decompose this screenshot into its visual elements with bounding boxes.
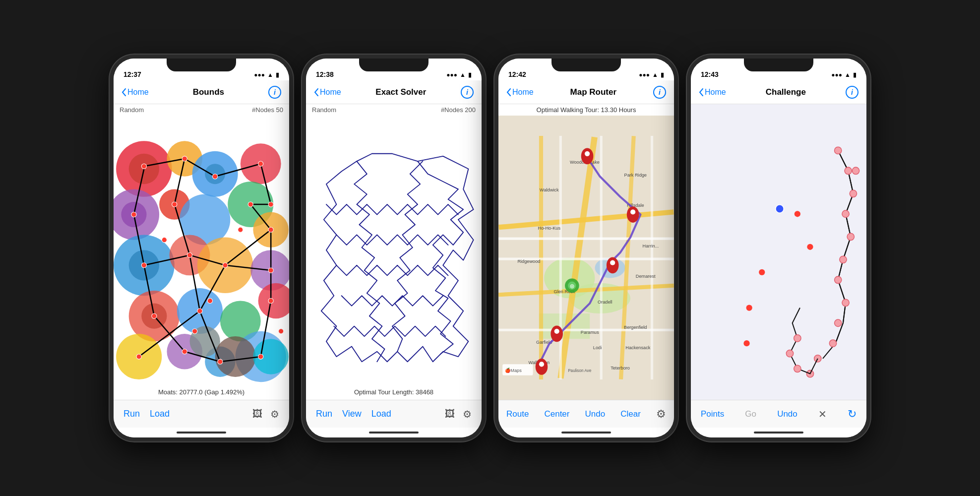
svg-point-100 [539, 362, 544, 367]
svg-point-99 [536, 359, 548, 375]
signal-icon-3: ●●● [639, 71, 650, 78]
svg-text:Ho-Ho-Kus: Ho-Ho-Kus [538, 226, 561, 231]
points-button[interactable]: Points [701, 409, 724, 419]
refresh-button[interactable]: ↻ [848, 408, 857, 421]
svg-text:Paramus: Paramus [581, 330, 599, 335]
svg-point-50 [238, 227, 243, 232]
svg-point-34 [248, 202, 253, 207]
gear-icon-1[interactable]: ⚙ [270, 408, 279, 420]
svg-point-119 [786, 350, 793, 357]
nav-title-2: Exact Solver [375, 87, 426, 97]
back-label-3: Home [512, 88, 534, 97]
bottom-bar-2: Run View Load 🖼 ⚙ [306, 400, 482, 428]
svg-point-96 [610, 260, 615, 265]
svg-point-30 [182, 156, 187, 161]
svg-point-35 [268, 227, 273, 232]
image-icon-1[interactable]: 🖼 [252, 408, 262, 420]
svg-rect-69 [600, 136, 603, 379]
svg-text:Lodi: Lodi [593, 345, 602, 350]
challenge-toolbar: Points Go Undo ✕ ↻ [691, 400, 866, 428]
bottom-actions-2: Run View Load [316, 409, 391, 419]
phone-maprouter: 12:42 ●●● ▲ ▮ Home Map Router i Optimal … [494, 55, 678, 441]
back-button-4[interactable]: Home [699, 88, 726, 97]
wifi-icon-1: ▲ [267, 71, 273, 78]
svg-point-29 [141, 164, 146, 169]
svg-rect-65 [498, 238, 674, 240]
svg-point-43 [131, 212, 136, 217]
svg-point-37 [268, 298, 273, 303]
home-bar-2 [369, 432, 419, 434]
back-button-3[interactable]: Home [506, 88, 534, 97]
nav-bar-4: Home Challenge i [691, 80, 866, 104]
bounds-canvas[interactable]: Moats: 20777.0 (Gap 1.492%) [114, 116, 289, 400]
svg-point-108 [850, 190, 857, 197]
clear-button[interactable]: Clear [620, 409, 641, 419]
map-canvas[interactable]: Woodcliff Lake Park Ridge Waldwick Hills… [498, 116, 674, 400]
map-svg: Woodcliff Lake Park Ridge Waldwick Hills… [498, 116, 674, 400]
content-bounds: Random #Nodes 50 [114, 104, 289, 428]
home-indicator-3 [498, 428, 674, 437]
svg-point-124 [746, 305, 752, 310]
solver-caption: Optimal Tour Length: 38468 [306, 387, 482, 397]
solver-canvas[interactable]: Optimal Tour Length: 38468 [306, 116, 482, 400]
load-button-2[interactable]: Load [371, 409, 391, 419]
svg-point-118 [794, 335, 801, 342]
challenge-svg [691, 104, 866, 400]
svg-text:Ridgewood: Ridgewood [517, 259, 540, 264]
gear-icon-2[interactable]: ⚙ [463, 408, 472, 420]
go-button: Go [745, 409, 756, 419]
svg-rect-68 [559, 136, 562, 379]
svg-point-106 [845, 167, 852, 174]
info-button-3[interactable]: i [653, 86, 666, 99]
svg-point-125 [743, 340, 749, 346]
info-button-4[interactable]: i [846, 86, 858, 99]
svg-point-105 [835, 147, 842, 154]
svg-point-46 [223, 263, 228, 268]
image-icon-2[interactable]: 🖼 [445, 408, 455, 420]
svg-text:Demarest: Demarest [636, 274, 656, 279]
status-icons-3: ●●● ▲ ▮ [639, 71, 664, 78]
bottom-icons-2: 🖼 ⚙ [445, 408, 472, 420]
svg-point-36 [268, 268, 273, 273]
svg-point-48 [136, 354, 141, 359]
status-time-1: 12:37 [123, 70, 141, 78]
home-bar-1 [177, 432, 226, 434]
run-button-2[interactable]: Run [316, 409, 332, 419]
home-indicator-2 [306, 428, 482, 437]
route-button[interactable]: Route [506, 409, 529, 419]
svg-point-110 [847, 233, 854, 240]
view-button-2[interactable]: View [342, 409, 362, 419]
center-button[interactable]: Center [544, 409, 569, 419]
close-button[interactable]: ✕ [818, 408, 827, 420]
back-button-2[interactable]: Home [314, 88, 341, 97]
svg-point-123 [759, 269, 765, 275]
svg-point-92 [585, 151, 590, 156]
gear-icon-3[interactable]: ⚙ [656, 408, 666, 421]
run-button-1[interactable]: Run [123, 409, 140, 419]
svg-text:🍎Maps: 🍎Maps [505, 368, 522, 373]
home-bar-3 [561, 432, 611, 434]
svg-text:Harrin...: Harrin... [643, 244, 659, 248]
svg-rect-70 [651, 136, 653, 379]
svg-point-121 [795, 211, 800, 217]
notch-4 [744, 59, 813, 71]
load-button-1[interactable]: Load [150, 409, 170, 419]
notch-1 [167, 59, 236, 71]
info-button-2[interactable]: i [461, 86, 474, 99]
info-button-1[interactable]: i [268, 86, 281, 99]
undo-button-3[interactable]: Undo [585, 409, 606, 419]
undo-button-4[interactable]: Undo [777, 409, 797, 419]
back-button-1[interactable]: Home [122, 88, 149, 97]
nav-title-4: Challenge [766, 87, 806, 97]
svg-point-114 [835, 319, 842, 326]
svg-point-31 [213, 174, 218, 179]
solver-svg [306, 116, 482, 400]
wifi-icon-4: ▲ [845, 71, 851, 78]
svg-point-40 [182, 349, 187, 354]
svg-text:Hackensack: Hackensack [625, 345, 650, 350]
status-icons-1: ●●● ▲ ▮ [254, 71, 279, 78]
status-time-3: 12:42 [508, 70, 526, 78]
bounds-caption: Moats: 20777.0 (Gap 1.492%) [114, 387, 289, 397]
meta-right-2: #Nodes 200 [441, 106, 476, 114]
challenge-canvas[interactable] [691, 104, 866, 400]
